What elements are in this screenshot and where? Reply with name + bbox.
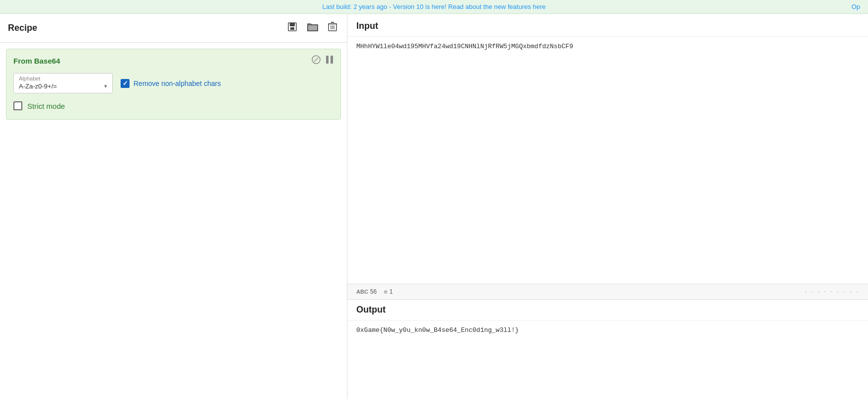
recipe-toolbar xyxy=(285,21,339,35)
svg-rect-1 xyxy=(290,23,295,26)
lines-icon: ≡ xyxy=(384,288,388,296)
right-panel: Input MHhHYW1le04wd195MHVfa24wd19CNHNlNj… xyxy=(347,14,868,399)
drop-zone xyxy=(0,126,347,399)
char-count: 56 xyxy=(370,288,377,295)
svg-line-10 xyxy=(314,58,318,62)
svg-rect-2 xyxy=(290,27,294,30)
save-button[interactable] xyxy=(285,21,299,35)
char-count-item: ABC 56 xyxy=(356,288,377,295)
operation-header: From Base64 xyxy=(13,55,334,66)
left-panel: Recipe xyxy=(0,14,347,399)
trash-icon xyxy=(328,22,337,32)
line-count-item: ≡ 1 xyxy=(384,288,393,296)
abc-icon: ABC xyxy=(356,289,368,295)
input-status-bar: ABC 56 ≡ 1 · · · · · · · · · xyxy=(347,284,868,299)
alphabet-select-wrap[interactable]: Alphabet A-Za-z0-9+/= ▾ xyxy=(13,73,113,93)
chevron-down-icon: ▾ xyxy=(104,83,107,89)
line-count: 1 xyxy=(390,288,393,295)
recipe-header: Recipe xyxy=(0,14,347,43)
remove-nonalpha-label[interactable]: Remove non-alphabet chars xyxy=(134,80,221,87)
op-link[interactable]: Op xyxy=(852,3,860,10)
output-text[interactable]: 0xGame{N0w_y0u_kn0w_B4se64_Enc0d1ng_w3ll… xyxy=(347,320,868,340)
svg-rect-11 xyxy=(326,56,329,64)
output-header: Output xyxy=(347,300,868,320)
resize-handle[interactable]: · · · · · · · · · xyxy=(400,287,859,296)
folder-icon xyxy=(307,22,318,32)
strict-mode-checkbox[interactable] xyxy=(13,101,22,110)
recipe-title: Recipe xyxy=(8,23,37,33)
alphabet-label: Alphabet xyxy=(14,74,112,81)
operation-card: From Base64 xyxy=(6,49,341,120)
operation-name: From Base64 xyxy=(13,57,60,65)
strict-mode-label[interactable]: Strict mode xyxy=(27,102,65,110)
input-text[interactable]: MHhHYW1le04wd195MHVfa24wd19CNHNlNjRfRW5j… xyxy=(347,37,868,284)
save-icon xyxy=(287,22,297,32)
svg-rect-12 xyxy=(331,56,333,64)
delete-button[interactable] xyxy=(326,21,339,35)
alphabet-value: A-Za-z0-9+/= xyxy=(19,82,57,90)
input-header: Input xyxy=(347,14,868,37)
alphabet-row: Alphabet A-Za-z0-9+/= ▾ ✓ Remove non-alp… xyxy=(13,73,334,93)
operation-controls xyxy=(312,55,334,66)
remove-nonalpha-row: ✓ Remove non-alphabet chars xyxy=(121,79,221,88)
output-section: Output 0xGame{N0w_y0u_kn0w_B4se64_Enc0d1… xyxy=(347,300,868,399)
checkmark-icon: ✓ xyxy=(123,80,128,86)
pause-button[interactable] xyxy=(326,55,334,66)
banner-text: Last build: 2 years ago - Version 10 is … xyxy=(322,3,545,10)
pause-icon xyxy=(326,55,334,64)
input-section: Input MHhHYW1le04wd195MHVfa24wd19CNHNlNj… xyxy=(347,14,868,300)
strict-mode-row: Strict mode xyxy=(13,101,334,110)
disable-icon xyxy=(312,55,321,64)
remove-nonalpha-checkbox[interactable]: ✓ xyxy=(121,79,130,88)
open-button[interactable] xyxy=(305,21,320,35)
alphabet-dropdown[interactable]: A-Za-z0-9+/= ▾ xyxy=(14,81,112,93)
resize-dots-icon: · · · · · · · · · xyxy=(804,287,859,296)
top-banner: Last build: 2 years ago - Version 10 is … xyxy=(0,0,868,14)
disable-button[interactable] xyxy=(312,55,321,66)
